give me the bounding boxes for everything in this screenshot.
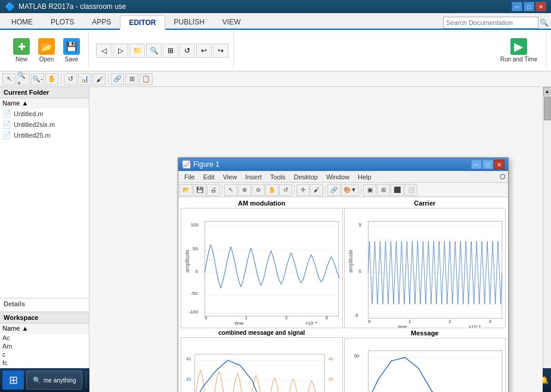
plot-title-am: AM modulation xyxy=(238,200,285,207)
fig-zoom-out[interactable]: ⊖ xyxy=(252,184,265,196)
taskbar-search[interactable]: 🔍 me anything xyxy=(26,371,82,390)
file-icon: 📄 xyxy=(2,110,11,118)
workspace-item[interactable]: Am xyxy=(0,342,89,350)
tool-brush[interactable]: 🖌 xyxy=(92,73,106,85)
minimize-button[interactable]: ─ xyxy=(512,2,522,11)
compare-button[interactable]: ⊞ xyxy=(163,43,178,58)
fig-subplot1[interactable]: ▣ xyxy=(363,184,376,196)
file-buttons: ✚ New 📂 Open 💾 Save xyxy=(10,37,83,64)
tool-zoom-in[interactable]: 🔍+ xyxy=(17,73,30,85)
plot-svg-message[interactable]: amplitude 50 0 -50 0 1 2 xyxy=(344,338,506,392)
refresh-button[interactable]: ↺ xyxy=(179,43,195,58)
tool-legend[interactable]: 📋 xyxy=(140,73,153,85)
list-item[interactable]: 📄 Untitled25.m xyxy=(0,130,89,141)
close-button[interactable]: ✕ xyxy=(535,2,546,11)
name-col-header[interactable]: Name ▲ xyxy=(2,99,28,107)
left-sidebar: Current Folder Name ▲ 📄 Untitled.m 📄 Unt… xyxy=(0,87,89,392)
find-button[interactable]: 🔍 xyxy=(146,43,162,58)
fig-zoom-in[interactable]: ⊕ xyxy=(238,184,251,196)
tool-grid[interactable]: ⊞ xyxy=(125,73,138,85)
fig-colormap[interactable]: 🎨▼ xyxy=(341,184,359,196)
plot-svg-combined[interactable]: 40 20 0 -20 -40 40 20 0 -20 -40 xyxy=(181,337,343,392)
svg-text:0: 0 xyxy=(358,269,361,274)
svg-text:×10⁻³: ×10⁻³ xyxy=(305,321,317,326)
fig-brush[interactable]: 🖌 xyxy=(310,184,323,196)
workspace-item[interactable]: c xyxy=(0,350,89,359)
maximize-button[interactable]: □ xyxy=(524,2,534,11)
window-controls: ─ □ ✕ xyxy=(512,2,546,11)
svg-text:40: 40 xyxy=(186,356,191,362)
tool-data[interactable]: 📊 xyxy=(78,73,91,85)
menu-edit[interactable]: Edit xyxy=(200,173,218,181)
new-button[interactable]: ✚ New xyxy=(10,37,33,64)
back-button[interactable]: ◁ xyxy=(96,43,112,58)
svg-text:amplitude: amplitude xyxy=(348,250,354,273)
run-icon: ▶ xyxy=(510,38,527,55)
fig-rotate[interactable]: ↺ xyxy=(279,184,292,196)
tool-rotate[interactable]: ↺ xyxy=(64,73,77,85)
fig-save[interactable]: 💾 xyxy=(193,184,206,196)
menu-tools[interactable]: Tools xyxy=(267,173,289,181)
svg-text:50: 50 xyxy=(193,246,198,251)
tool-pan[interactable]: ✋ xyxy=(45,73,58,85)
figure-undock[interactable]: ⬡ xyxy=(500,173,506,181)
undo-button[interactable]: ↩ xyxy=(196,43,212,58)
open-button[interactable]: 📂 Open xyxy=(35,37,58,64)
sep1 xyxy=(61,74,61,85)
figure-maximize[interactable]: □ xyxy=(482,160,493,169)
run-time-button[interactable]: ▶ Run and Time xyxy=(497,37,541,64)
fig-data-cursor[interactable]: ✛ xyxy=(296,184,309,196)
main-scrollbar[interactable]: ▲ ▼ xyxy=(543,87,551,392)
plot-svg-carrier[interactable]: amplitude 5 0 -5 0 1 2 3 xyxy=(344,208,506,328)
fig-link[interactable]: 🔗 xyxy=(327,184,340,196)
tool-zoom-out[interactable]: 🔍- xyxy=(31,73,44,85)
tool-link[interactable]: 🔗 xyxy=(111,73,124,85)
save-button[interactable]: 💾 Save xyxy=(60,37,83,64)
workspace-item[interactable]: fc xyxy=(0,359,89,367)
plots-area: AM modulation amplitude 100 50 0 -50 -10… xyxy=(178,197,508,392)
list-item[interactable]: 📄 Untitled.m xyxy=(0,108,89,119)
redo-button[interactable]: ↪ xyxy=(213,43,228,58)
tab-plots[interactable]: PLOTS xyxy=(42,14,83,29)
tab-editor[interactable]: EDITOR xyxy=(120,15,165,30)
menu-file[interactable]: File xyxy=(181,173,199,181)
workspace-header: Workspace xyxy=(0,312,89,323)
file-col-header: Name ▲ xyxy=(0,98,89,108)
fig-open[interactable]: 📂 xyxy=(179,184,193,196)
menu-desktop[interactable]: Desktop xyxy=(290,173,321,181)
svg-text:3: 3 xyxy=(488,319,491,324)
fig-pan[interactable]: ✋ xyxy=(265,184,278,196)
scroll-up[interactable]: ▲ xyxy=(543,87,552,95)
list-item[interactable]: 📄 Untitled2six.m xyxy=(0,119,89,130)
start-button[interactable]: ⊞ xyxy=(2,371,24,390)
menu-view[interactable]: View xyxy=(219,173,241,181)
tab-home[interactable]: HOME xyxy=(2,14,42,29)
ribbon-toolbar: ✚ New 📂 Open 💾 Save ◁ ▷ 📁 🔍 ⊞ ↺ ↩ ↪ xyxy=(0,30,551,71)
tab-view[interactable]: VIEW xyxy=(213,14,250,29)
tab-publish[interactable]: PUBLISH xyxy=(165,14,213,29)
tab-apps[interactable]: APPS xyxy=(83,14,120,29)
plot-svg-am[interactable]: amplitude 100 50 0 -50 -100 xyxy=(181,208,343,328)
menu-window[interactable]: Window xyxy=(323,173,353,181)
scroll-thumb[interactable] xyxy=(544,97,551,120)
figure-close[interactable]: ✕ xyxy=(494,160,504,169)
fig-subplot2[interactable]: ⊞ xyxy=(377,184,390,196)
tool-arrow[interactable]: ↖ xyxy=(2,73,16,85)
search-taskbar-icon: 🔍 xyxy=(33,377,41,384)
fig-subplot3[interactable]: ⬛ xyxy=(391,184,404,196)
fig-print[interactable]: 🖨 xyxy=(207,184,220,196)
matlab-icon: 🔷 xyxy=(5,2,15,11)
menu-insert[interactable]: Insert xyxy=(242,173,265,181)
menu-help[interactable]: Help xyxy=(354,173,375,181)
editor-area: 📈 Figure 1 ─ □ ✕ File Edit View Insert T… xyxy=(89,87,543,392)
svg-text:20: 20 xyxy=(329,377,333,382)
workspace-item[interactable]: Ac xyxy=(0,334,89,342)
fig-subplot4[interactable]: ⬜ xyxy=(404,184,417,196)
search-input[interactable] xyxy=(443,17,538,29)
fig-select[interactable]: ↖ xyxy=(224,184,237,196)
forward-button[interactable]: ▷ xyxy=(113,43,128,58)
search-icon[interactable]: 🔍 xyxy=(540,18,549,27)
figure-minimize[interactable]: ─ xyxy=(471,160,482,169)
folder-button[interactable]: 📁 xyxy=(129,43,145,58)
svg-text:amplitude: amplitude xyxy=(184,250,190,273)
